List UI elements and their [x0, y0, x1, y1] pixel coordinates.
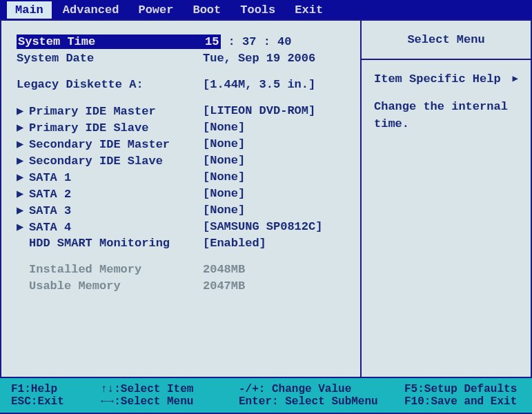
- system-time-row[interactable]: System Time 15 : 37 : 40: [17, 33, 345, 50]
- footer: F1:Help ↑↓:Select Item -/+: Change Value…: [0, 378, 532, 413]
- key-updown: ↑↓:Select Item: [101, 383, 239, 395]
- system-time-value[interactable]: 15 : 37 : 40: [203, 35, 345, 48]
- sata-3-row[interactable]: ▶SATA 3 [None]: [17, 201, 345, 218]
- primary-ide-slave-row[interactable]: ▶Primary IDE Slave [None]: [17, 119, 345, 135]
- submenu-icon: ▶: [17, 103, 29, 118]
- submenu-icon: ▶: [17, 219, 29, 234]
- menu-main[interactable]: Main: [7, 1, 52, 19]
- secondary-ide-master-value: [None]: [203, 137, 345, 150]
- system-date-value[interactable]: Tue, Sep 19 2006: [203, 52, 345, 65]
- system-date-row[interactable]: System Date Tue, Sep 19 2006: [17, 50, 345, 66]
- settings-panel: System Time 15 : 37 : 40 System Date Tue…: [1, 21, 362, 377]
- usable-memory-label: Usable Memory: [29, 279, 121, 293]
- time-hh[interactable]: 15: [203, 34, 221, 49]
- legacy-diskette-value[interactable]: [1.44M, 3.5 in.]: [203, 78, 345, 91]
- key-plusminus: -/+: Change Value: [239, 383, 404, 395]
- key-f1: F1:Help: [11, 383, 101, 395]
- submenu-icon: ▶: [17, 186, 29, 201]
- help-arrow-icon: ▶: [513, 72, 518, 86]
- installed-memory-value: 2048MB: [203, 263, 345, 276]
- key-f10: F10:Save and Exit: [404, 395, 521, 408]
- key-f5: F5:Setup Defaults: [404, 383, 521, 395]
- help-heading: Item Specific Help: [374, 70, 501, 88]
- help-text: Change the internal time.: [374, 98, 518, 133]
- key-esc: ESC:Exit: [11, 395, 101, 408]
- sata-4-value: [SAMSUNG SP0812C]: [203, 220, 345, 233]
- menu-boot[interactable]: Boot: [184, 1, 229, 19]
- secondary-ide-master-label: Secondary IDE Master: [29, 138, 170, 151]
- sata-1-row[interactable]: ▶SATA 1 [None]: [17, 168, 345, 185]
- system-time-label: System Time: [17, 34, 203, 49]
- sata-2-label: SATA 2: [29, 188, 71, 201]
- hdd-smart-row[interactable]: HDD SMART Monitoring [Enabled]: [17, 235, 345, 251]
- sata-3-value: [None]: [203, 204, 345, 217]
- legacy-diskette-label: Legacy Diskette A:: [17, 78, 203, 91]
- help-title: Select Menu: [362, 21, 531, 60]
- sata-2-value: [None]: [203, 187, 345, 200]
- sata-1-label: SATA 1: [29, 171, 71, 184]
- usable-memory-value: 2047MB: [203, 279, 345, 293]
- menubar: Main Advanced Power Boot Tools Exit: [0, 0, 532, 19]
- sata-2-row[interactable]: ▶SATA 2 [None]: [17, 185, 345, 201]
- hdd-smart-label: HDD SMART Monitoring: [29, 237, 170, 250]
- submenu-icon: ▶: [17, 120, 29, 135]
- submenu-icon: ▶: [17, 203, 29, 217]
- menu-exit[interactable]: Exit: [286, 1, 331, 19]
- usable-memory-row: Usable Memory 2047MB: [17, 277, 345, 294]
- help-heading-row: Item Specific Help ▶: [374, 70, 518, 88]
- key-leftright: ←→:Select Menu: [101, 395, 239, 408]
- primary-ide-master-row[interactable]: ▶Primary IDE Master [LITEON DVD-ROM]: [17, 102, 345, 119]
- secondary-ide-master-row[interactable]: ▶Secondary IDE Master [None]: [17, 135, 345, 152]
- primary-ide-master-label: Primary IDE Master: [29, 105, 156, 118]
- primary-ide-master-value: [LITEON DVD-ROM]: [203, 104, 345, 117]
- sata-4-label: SATA 4: [29, 221, 71, 234]
- key-enter: Enter: Select SubMenu: [239, 395, 404, 408]
- time-ss[interactable]: 40: [277, 35, 291, 48]
- time-mm[interactable]: 37: [242, 35, 256, 48]
- menu-power[interactable]: Power: [130, 1, 181, 19]
- primary-ide-slave-label: Primary IDE Slave: [29, 121, 148, 135]
- legacy-diskette-row[interactable]: Legacy Diskette A: [1.44M, 3.5 in.]: [17, 76, 345, 92]
- secondary-ide-slave-row[interactable]: ▶Secondary IDE Slave [None]: [17, 152, 345, 168]
- sata-3-label: SATA 3: [29, 204, 71, 217]
- main-area: System Time 15 : 37 : 40 System Date Tue…: [0, 19, 532, 378]
- submenu-icon: ▶: [17, 153, 29, 168]
- system-date-label: System Date: [17, 52, 203, 65]
- secondary-ide-slave-label: Secondary IDE Slave: [29, 155, 163, 168]
- submenu-icon: ▶: [17, 137, 29, 151]
- help-panel: Select Menu Item Specific Help ▶ Change …: [362, 21, 531, 377]
- menu-tools[interactable]: Tools: [232, 1, 284, 19]
- primary-ide-slave-value: [None]: [203, 121, 345, 134]
- secondary-ide-slave-value: [None]: [203, 154, 345, 167]
- hdd-smart-value[interactable]: [Enabled]: [203, 237, 345, 250]
- submenu-icon: ▶: [17, 170, 29, 184]
- sata-4-row[interactable]: ▶SATA 4 [SAMSUNG SP0812C]: [17, 218, 345, 235]
- installed-memory-label: Installed Memory: [29, 263, 141, 276]
- installed-memory-row: Installed Memory 2048MB: [17, 261, 345, 277]
- menu-advanced[interactable]: Advanced: [55, 1, 128, 19]
- sata-1-value: [None]: [203, 170, 345, 184]
